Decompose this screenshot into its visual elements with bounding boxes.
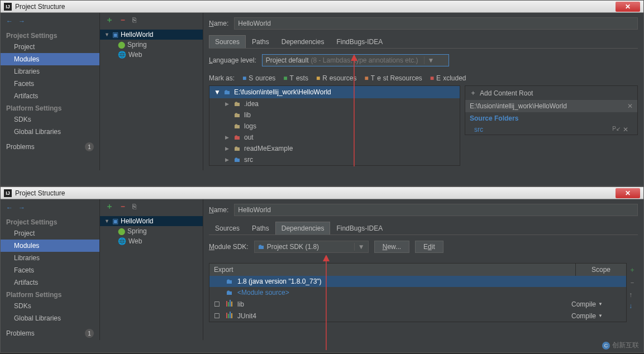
sidebar-item-problems[interactable]: Problems 1: [1, 138, 99, 154]
tree-node-spring[interactable]: ⬤Spring: [100, 226, 203, 236]
expand-icon[interactable]: ▼: [104, 32, 110, 37]
src-folder-lib[interactable]: 🖿lib: [209, 109, 460, 121]
sidebar-item-artifacts[interactable]: Artifacts: [1, 276, 99, 289]
remove-content-root-icon[interactable]: ✕: [627, 102, 633, 110]
settings-sidebar: ← → Project Settings Project Modules Lib…: [1, 13, 100, 170]
combo-value: Project default: [266, 56, 309, 64]
dep-row-junit4[interactable]: ☐ JUnit4 Compile▼: [209, 310, 626, 322]
sidebar-item-libraries[interactable]: Libraries: [1, 65, 99, 78]
problems-label: Problems: [6, 329, 35, 337]
copy-module-icon[interactable]: ⎘: [132, 203, 136, 211]
source-folder-src[interactable]: src P↙ ✕: [465, 125, 637, 135]
sidebar-item-modules[interactable]: Modules: [1, 240, 99, 252]
mark-resources[interactable]: ■Resources: [316, 74, 357, 82]
src-root-label: E:\fusion\intellij_work\HelloWorld: [234, 88, 331, 96]
app-icon: IJ: [4, 189, 12, 197]
src-folder-src[interactable]: ▶🖿src: [209, 154, 460, 165]
tab-dependencies[interactable]: Dependencies: [275, 35, 331, 48]
tab-sources[interactable]: Sources: [209, 222, 246, 235]
spring-icon: ⬤: [118, 41, 125, 49]
problems-label: Problems: [6, 143, 35, 151]
move-up-icon[interactable]: ↑: [629, 291, 636, 299]
module-editor: Name: Sources Paths Dependencies FindBug…: [203, 199, 643, 340]
tab-sources[interactable]: Sources: [209, 35, 246, 48]
nav-forward-icon[interactable]: →: [18, 17, 25, 25]
add-module-icon[interactable]: ＋: [106, 15, 113, 25]
language-level-combo[interactable]: Project default (8 - Lambdas, type annot…: [262, 54, 449, 66]
export-checkbox[interactable]: ☐: [214, 312, 226, 320]
module-tabs: Sources Paths Dependencies FindBugs-IDEA: [209, 222, 638, 235]
edit-sdk-button[interactable]: Edit: [415, 241, 443, 253]
problems-count-badge: 1: [85, 142, 94, 151]
mark-sources[interactable]: ■Sources: [242, 74, 275, 82]
tree-node-web[interactable]: 🌐 Web: [100, 50, 203, 60]
src-folder-idea[interactable]: ▶🖿.idea: [209, 98, 460, 109]
export-checkbox[interactable]: ☐: [214, 300, 226, 308]
tab-paths[interactable]: Paths: [246, 222, 275, 235]
move-down-icon[interactable]: ↓: [629, 302, 636, 310]
add-dep-icon[interactable]: ＋: [629, 265, 636, 275]
settings-sidebar: ← → Project Settings Project Modules Lib…: [1, 199, 100, 340]
sidebar-item-artifacts[interactable]: Artifacts: [1, 90, 99, 102]
sidebar-item-sdks[interactable]: SDKs: [1, 113, 99, 126]
src-folder-out[interactable]: ▶🖿out: [209, 132, 460, 143]
dep-row-sdk[interactable]: 🖿 1.8 (java version "1.8.0_73"): [209, 276, 626, 287]
tab-dependencies[interactable]: Dependencies: [275, 222, 331, 235]
tree-node-helloworld[interactable]: ▼▣ HelloWorld: [100, 216, 203, 226]
sidebar-item-facets[interactable]: Facets: [1, 78, 99, 90]
sidebar-item-modules[interactable]: Modules: [1, 53, 99, 65]
copy-module-icon[interactable]: ⎘: [132, 16, 136, 24]
mark-tests[interactable]: ■Tests: [283, 74, 308, 82]
mark-test-resources[interactable]: ■Test Resources: [365, 74, 422, 82]
expand-icon[interactable]: ▼: [214, 88, 221, 96]
tree-node-spring[interactable]: ⬤ Spring: [100, 40, 203, 50]
nav-back-icon[interactable]: ←: [6, 204, 13, 212]
mark-excluded[interactable]: ■Excluded: [430, 74, 466, 82]
content-root-path[interactable]: E:\fusion\intellij_work\HelloWorld ✕: [465, 100, 637, 112]
project-structure-window-bottom: IJ Project Structure ✕ ← → Project Setti…: [0, 186, 644, 353]
tab-findbugs[interactable]: FindBugs-IDEA: [330, 222, 389, 235]
nav-back-icon[interactable]: ←: [6, 17, 13, 25]
remove-icon[interactable]: ✕: [623, 126, 628, 133]
scope-combo[interactable]: Compile▼: [571, 300, 622, 308]
scope-combo[interactable]: Compile▼: [571, 312, 622, 320]
module-tree-panel: ＋ － ⎘ ▼▣ HelloWorld ⬤Spring 🌐Web: [100, 199, 203, 340]
sidebar-item-global-libraries[interactable]: Global Libraries: [1, 312, 99, 324]
src-tree-root[interactable]: ▼ 🖿 E:\fusion\intellij_work\HelloWorld: [209, 86, 460, 98]
sidebar-item-project[interactable]: Project: [1, 227, 99, 240]
sidebar-item-global-libraries[interactable]: Global Libraries: [1, 126, 99, 138]
add-module-icon[interactable]: ＋: [106, 202, 113, 212]
src-item-label: src: [474, 126, 483, 133]
close-button[interactable]: ✕: [616, 2, 640, 12]
remove-module-icon[interactable]: －: [119, 202, 127, 212]
web-icon: 🌐: [118, 51, 126, 59]
tab-paths[interactable]: Paths: [246, 35, 275, 48]
library-icon: [226, 312, 237, 320]
module-name-input[interactable]: [234, 17, 638, 30]
sidebar-item-project[interactable]: Project: [1, 41, 99, 53]
tab-findbugs[interactable]: FindBugs-IDEA: [330, 35, 389, 48]
sidebar-item-facets[interactable]: Facets: [1, 264, 99, 276]
new-sdk-button[interactable]: New...: [374, 241, 409, 253]
tree-node-helloworld[interactable]: ▼ ▣ HelloWorld: [100, 30, 203, 40]
dep-row-module-source[interactable]: 🖿 <Module source>: [209, 287, 626, 298]
properties-icon[interactable]: P↙: [612, 126, 621, 133]
platform-settings-heading: Platform Settings: [1, 289, 99, 300]
src-folder-readme[interactable]: ▶🖿readMeExample: [209, 143, 460, 154]
sidebar-item-libraries[interactable]: Libraries: [1, 252, 99, 264]
remove-module-icon[interactable]: －: [119, 15, 127, 25]
add-content-root[interactable]: ＋Add Content Root: [465, 86, 637, 100]
module-name-input[interactable]: [234, 204, 638, 216]
sidebar-item-problems[interactable]: Problems 1: [1, 324, 99, 340]
tree-node-web[interactable]: 🌐Web: [100, 236, 203, 246]
remove-dep-icon[interactable]: －: [629, 278, 636, 288]
dep-name: lib: [237, 300, 571, 308]
titlebar: IJ Project Structure ✕: [1, 1, 643, 13]
src-folder-logs[interactable]: 🖿logs: [209, 121, 460, 132]
module-sdk-combo[interactable]: 🖿 Project SDK (1.8) ▼: [254, 241, 369, 253]
nav-forward-icon[interactable]: →: [18, 204, 25, 212]
dep-row-lib[interactable]: ☐ lib Compile▼: [209, 298, 626, 310]
sidebar-item-sdks[interactable]: SDKs: [1, 300, 99, 312]
close-button[interactable]: ✕: [616, 188, 640, 198]
export-header: Export: [209, 264, 576, 276]
